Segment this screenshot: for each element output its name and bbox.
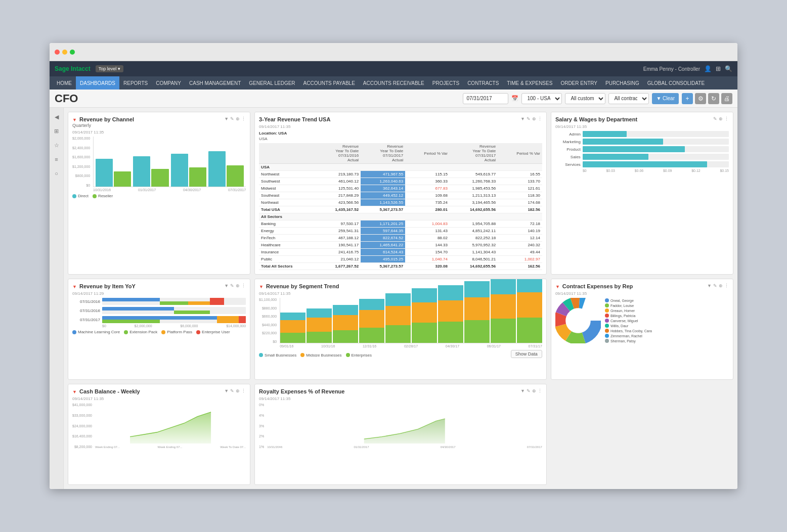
v4: 4,851,242.11 <box>450 228 498 235</box>
edit-action[interactable]: ✎ <box>713 116 717 121</box>
menu-projects[interactable]: PROJECTS <box>428 76 463 90</box>
widget-revenue-item-yoy: ▼ Revenue by Item YoY ▼ ✎ ⊕ ⋮ 09/14/2017… <box>68 279 250 380</box>
menu-ar[interactable]: ACCOUNTS RECEIVABLE <box>359 76 428 90</box>
legend-midsize-biz: Midsize Businesses <box>300 353 341 358</box>
menu-reports[interactable]: REPORTS <box>119 76 152 90</box>
zoom-action[interactable]: ⊕ <box>719 116 723 121</box>
minimize-dot[interactable] <box>62 50 67 55</box>
more-action[interactable]: ⋮ <box>538 388 542 393</box>
zoom-action[interactable]: ⊕ <box>236 116 240 121</box>
menu-cash[interactable]: CASH MANAGEMENT <box>185 76 245 90</box>
row-fintech[interactable]: FinTech <box>259 235 316 242</box>
zoom-action[interactable]: ⊕ <box>236 388 240 393</box>
zoom-action[interactable]: ⊕ <box>532 116 536 121</box>
more-action[interactable]: ⋮ <box>241 283 246 288</box>
edit-action[interactable]: ✎ <box>230 283 234 288</box>
more-action[interactable]: ⋮ <box>241 388 246 393</box>
edit-action[interactable]: ✎ <box>230 116 234 121</box>
menu-gl[interactable]: GENERAL LEDGER <box>245 76 299 90</box>
filter-action[interactable]: ▼ <box>224 283 229 288</box>
menu-global[interactable]: GLOBAL CONSOLIDATE <box>643 76 709 90</box>
menu-home[interactable]: HOME <box>53 76 76 90</box>
row-banking[interactable]: Banking <box>259 220 316 228</box>
edit-action[interactable]: ✎ <box>527 388 531 393</box>
nav-right: Emma Penny - Controller 👤 ⊞ 🔍 <box>643 65 732 72</box>
location-sub: USA <box>259 137 542 141</box>
row-northeast[interactable]: Northeast <box>259 199 316 206</box>
widget-revenue-trend: 3-Year Revenue Trend USA ▼ ✎ ⊕ ⋮ 09/14/2… <box>254 112 547 275</box>
edit-action[interactable]: ✎ <box>713 283 717 288</box>
row-public[interactable]: Public <box>259 256 316 263</box>
edit-action[interactable]: ✎ <box>230 388 234 393</box>
v3: 677.83 <box>405 185 450 192</box>
dept-bar-track <box>583 139 729 145</box>
page-title: CFO <box>55 92 78 105</box>
customer-select[interactable]: All customers <box>565 93 605 104</box>
row-insurance[interactable]: Insurance <box>259 249 316 256</box>
clear-button[interactable]: ▼ Clear <box>652 93 679 104</box>
level-badge[interactable]: Top level ▾ <box>96 65 123 72</box>
v4: 1,985,453.56 <box>450 185 498 192</box>
more-action[interactable]: ⋮ <box>724 283 729 288</box>
filter-action[interactable]: ▼ <box>224 388 229 393</box>
show-data-button[interactable]: Show Data <box>511 350 542 358</box>
seg-enterprise <box>307 332 332 343</box>
sidebar-star-icon[interactable]: ☆ <box>52 140 62 150</box>
menu-time[interactable]: TIME & EXPENSES <box>503 76 556 90</box>
v5: 72.18 <box>498 220 542 228</box>
filter-action[interactable]: ▼ <box>224 116 229 121</box>
toolbar-icons: + ⚙ ↻ 🖨 <box>682 93 732 104</box>
sage-text: Sage Intacct <box>55 65 91 72</box>
row-southwest[interactable]: Southwest <box>259 178 316 185</box>
sidebar-arrow-icon[interactable]: ◀ <box>52 112 62 122</box>
grid-icon[interactable]: ⊞ <box>716 65 721 72</box>
menu-contracts[interactable]: CONTRACTS <box>463 76 503 90</box>
user-icon[interactable]: 👤 <box>704 65 712 72</box>
entity-select[interactable]: 100 - USA <box>521 93 562 104</box>
calendar-icon[interactable]: 📅 <box>511 95 518 102</box>
edit-action[interactable]: ✎ <box>527 116 531 121</box>
search-icon[interactable]: 🔍 <box>725 65 732 72</box>
contract-select[interactable]: All contracts <box>608 93 649 104</box>
row-energy[interactable]: Energy <box>259 228 316 235</box>
v5: 140.19 <box>498 228 542 235</box>
print-button[interactable]: 🖨 <box>721 93 732 104</box>
more-action[interactable]: ⋮ <box>241 116 246 121</box>
refresh-button[interactable]: ↻ <box>708 93 719 104</box>
dept-label: Services <box>555 162 581 167</box>
settings-button[interactable]: ⚙ <box>695 93 706 104</box>
filter-action[interactable]: ▼ <box>520 116 525 121</box>
close-dot[interactable] <box>55 50 60 55</box>
row-healthcare[interactable]: Healthcare <box>259 242 316 249</box>
date-input[interactable] <box>463 93 508 104</box>
zoom-action[interactable]: ⊕ <box>719 283 723 288</box>
widget-contract-expenses: ▼ Contract Expenses by Rep ▼ ✎ ⊕ ⋮ 09/14… <box>551 279 733 380</box>
more-action[interactable]: ⋮ <box>538 116 542 121</box>
menu-purchasing[interactable]: PURCHASING <box>601 76 643 90</box>
sidebar-circle-icon[interactable]: ○ <box>52 168 62 179</box>
maximize-dot[interactable] <box>70 50 75 55</box>
dept-row-marketing: Marketing <box>555 139 729 145</box>
row-midwest[interactable]: Midwest <box>259 185 316 192</box>
row-southeast[interactable]: Southeast <box>259 192 316 199</box>
more-action[interactable]: ⋮ <box>724 116 729 121</box>
sage-logo: Sage Intacct Top level ▾ <box>55 65 123 72</box>
menu-order[interactable]: ORDER ENTRY <box>556 76 601 90</box>
filter-action[interactable]: ▼ <box>707 283 712 288</box>
pie-legend: Oneal, George Faddor, Louise Greaun, Hom… <box>605 298 652 343</box>
x-axis-labels: $0$2,000,000$6,000,000$14,000,000 <box>72 324 246 328</box>
zoom-action[interactable]: ⊕ <box>532 388 536 393</box>
widget-revenue-segment: ▼ Revenue by Segment Trend ▼ ✎ ⊕ ⋮ 09/14… <box>254 279 547 380</box>
menu-company[interactable]: COMPANY <box>152 76 185 90</box>
menu-ap[interactable]: ACCOUNTS PAYABLE <box>299 76 359 90</box>
sidebar-grid-icon[interactable]: ⊞ <box>52 126 62 136</box>
zoom-action[interactable]: ⊕ <box>236 283 240 288</box>
sidebar-layers-icon[interactable]: ≡ <box>52 154 62 164</box>
add-button[interactable]: + <box>682 93 693 104</box>
royalty-fill <box>364 419 445 444</box>
filter-action[interactable]: ▼ <box>520 388 525 393</box>
menu-dashboards[interactable]: DASHBOARDS <box>76 76 119 90</box>
row-northwest[interactable]: Northwest <box>259 171 316 178</box>
legend-enterprises: Enterprises <box>346 353 372 358</box>
bar-group-2 <box>133 156 168 187</box>
